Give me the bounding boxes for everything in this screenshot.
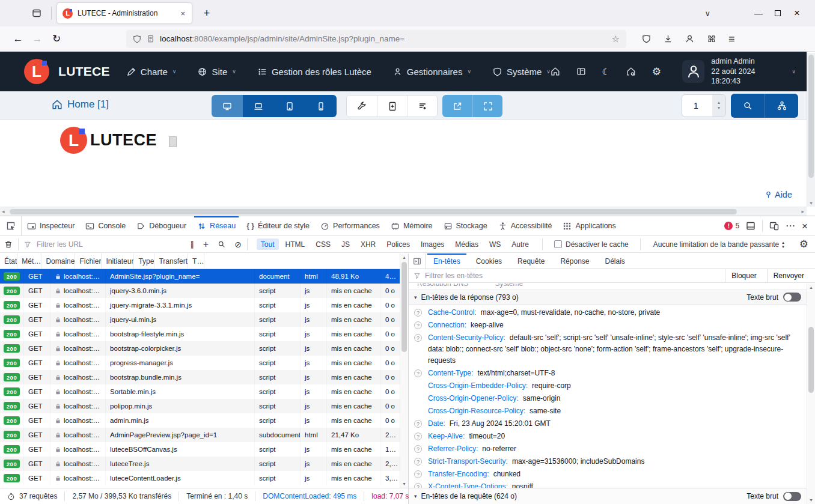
request-row[interactable]: 200 GET localhost:… bootstrap-filestyle.… [0, 327, 400, 341]
block-icon[interactable]: ⊘ [234, 240, 242, 249]
header-name[interactable]: Cross-Origin-Opener-Policy [428, 394, 519, 402]
raw-toggle-switch[interactable] [783, 492, 801, 501]
scroll-down-arrow-icon[interactable]: ▾ [807, 497, 815, 503]
tab-editeur-de-style[interactable]: { } Éditeur de style [241, 216, 315, 235]
tab-applications[interactable]: Applications [557, 216, 621, 235]
network-settings-gear-icon[interactable]: ⚙ [799, 239, 808, 249]
minimize-button[interactable]: — [749, 8, 768, 18]
column-header[interactable]: Mét… [17, 254, 41, 269]
type-filter-button[interactable]: HTML [281, 238, 310, 250]
maximize-button[interactable] [768, 10, 787, 16]
phone-preview-button[interactable] [305, 95, 337, 117]
downloads-icon[interactable] [664, 34, 673, 43]
request-row[interactable]: 200 GET localhost:… jquery-migrate-3.3.1… [0, 298, 400, 312]
column-header[interactable]: Type [134, 254, 154, 269]
column-header[interactable]: État [0, 254, 17, 269]
request-list-scrollbar[interactable]: ▴ ▾ [400, 254, 408, 488]
header-name[interactable]: Connection [428, 321, 466, 329]
extensions-puzzle-icon[interactable] [707, 34, 716, 43]
tab-debogueur[interactable]: Débogueur [131, 216, 192, 235]
request-row[interactable]: 200 GET localhost:… luteceContentLoader.… [0, 471, 400, 485]
help-icon[interactable]: ? [414, 321, 422, 329]
help-icon[interactable]: ? [414, 470, 422, 478]
add-page-button[interactable] [377, 96, 407, 117]
resend-request-button[interactable]: Renvoyer [767, 269, 810, 282]
scroll-up-arrow-icon[interactable]: ▴ [807, 285, 815, 290]
throttling-dropdown[interactable]: Aucune limitation de la bande passante ▴… [646, 240, 792, 249]
dark-mode-moon-icon[interactable]: ☾ [602, 67, 610, 76]
request-row[interactable]: 200 GET localhost:… bootstrap-colorpicke… [0, 341, 400, 356]
details-tab[interactable]: Délais [597, 254, 632, 269]
tab-accessibilite[interactable]: Accessibilité [493, 216, 558, 235]
help-icon[interactable]: ? [414, 445, 422, 453]
scroll-right-arrow-icon[interactable]: ▸ [801, 208, 804, 214]
pick-element-button[interactable] [0, 216, 22, 235]
new-tab-button[interactable]: + [198, 4, 216, 22]
back-button[interactable]: ← [8, 30, 28, 48]
tab-performances[interactable]: Performances [315, 216, 385, 235]
tab-stockage[interactable]: Stockage [438, 216, 493, 235]
type-filter-button[interactable]: WS [485, 238, 505, 250]
window-close-button[interactable]: × [787, 7, 807, 19]
bookmark-star-icon[interactable]: ☆ [612, 34, 620, 44]
fullscreen-button[interactable] [472, 95, 502, 117]
scroll-down-arrow-icon[interactable]: ▾ [400, 481, 408, 487]
menu-item-systeme[interactable]: Système ∨ [493, 67, 551, 77]
request-row[interactable]: 200 GET localhost:… polipop.min.js scrip… [0, 399, 400, 413]
tab-close-icon[interactable]: × [179, 9, 186, 18]
header-name[interactable]: Cross-Origin-Resource-Policy [428, 407, 525, 415]
header-name[interactable]: Content-Type [428, 369, 473, 377]
reload-button[interactable]: ↻ [47, 30, 66, 48]
column-header[interactable]: Transfert [154, 254, 188, 269]
collapsed-element[interactable] [169, 136, 177, 147]
layout-columns-icon[interactable] [576, 67, 586, 76]
search-icon[interactable] [218, 240, 225, 248]
disable-cache-checkbox[interactable] [554, 240, 562, 248]
request-row[interactable]: 200 GET localhost:… jquery-3.6.0.min.js … [0, 284, 400, 298]
menu-hamburger-icon[interactable]: ≡ [728, 34, 735, 44]
browser-tab[interactable]: L LUTECE - Administration × [57, 3, 192, 23]
request-row[interactable]: 200 GET localhost:… AdminSite.jsp?plugin… [0, 269, 400, 284]
firefox-view-icon[interactable] [28, 4, 46, 22]
scroll-down-arrow-icon[interactable]: ▾ [807, 200, 815, 206]
collapse-details-button[interactable] [409, 254, 426, 269]
help-link[interactable]: Aide [765, 190, 792, 199]
page-horizontal-scrollbar[interactable]: ◂ ▸ [0, 207, 807, 216]
user-menu[interactable]: admin Admin 22 août 2024 18:20:43 ∨ [682, 56, 796, 87]
type-filter-button[interactable]: JS [337, 238, 354, 250]
number-stepper[interactable]: ▴▾ [712, 95, 725, 117]
lutece-logo[interactable]: L [24, 59, 49, 84]
scroll-up-arrow-icon[interactable]: ▴ [400, 255, 408, 260]
page-vertical-scrollbar[interactable]: ▾ [807, 53, 815, 207]
type-filter-button[interactable]: Autre [507, 238, 533, 250]
request-row[interactable]: 200 GET localhost:… luteceBSOffCanvas.js… [0, 442, 400, 457]
request-row[interactable]: 200 GET localhost:… progress-manager.js … [0, 356, 400, 370]
help-icon[interactable]: ? [414, 334, 422, 342]
scrollbar-thumb[interactable] [808, 55, 814, 178]
headers-filter-input[interactable] [425, 272, 721, 280]
disable-cache-option[interactable]: Désactiver le cache [548, 240, 635, 249]
list-tabs-chevron-icon[interactable]: ∨ [704, 9, 710, 18]
tablet-preview-button[interactable] [274, 95, 305, 117]
column-header[interactable]: Initiateur [102, 254, 134, 269]
help-icon[interactable]: ? [414, 309, 422, 317]
open-site-button[interactable] [442, 95, 472, 117]
request-headers-section[interactable]: ▾ En-têtes de la requête (624 o) Texte b… [409, 488, 807, 504]
tab-reseau[interactable]: Réseau [192, 216, 241, 235]
search-page-button[interactable] [731, 94, 765, 118]
header-name[interactable]: Keep-Alive [428, 432, 465, 440]
scrollbar-thumb[interactable] [10, 209, 737, 214]
type-filter-button[interactable]: Images [417, 238, 448, 250]
type-filter-button[interactable]: Tout [257, 238, 279, 250]
column-header[interactable]: Fichier [75, 254, 102, 269]
help-icon[interactable]: ? [414, 433, 422, 440]
step-down-icon[interactable]: ▾ [718, 106, 720, 111]
header-name[interactable]: Date [428, 419, 445, 428]
request-row[interactable]: 200 GET localhost:… jquery-ui.min.js scr… [0, 312, 400, 327]
type-filter-button[interactable]: Polices [382, 238, 414, 250]
column-header[interactable]: Domaine [41, 254, 75, 269]
split-console-icon[interactable] [746, 221, 755, 231]
header-name[interactable]: X-Content-Type-Options [428, 482, 508, 488]
header-name[interactable]: Transfer-Encoding [428, 470, 489, 478]
request-row[interactable]: 200 GET localhost:… bootstrap.bundle.min… [0, 370, 400, 384]
